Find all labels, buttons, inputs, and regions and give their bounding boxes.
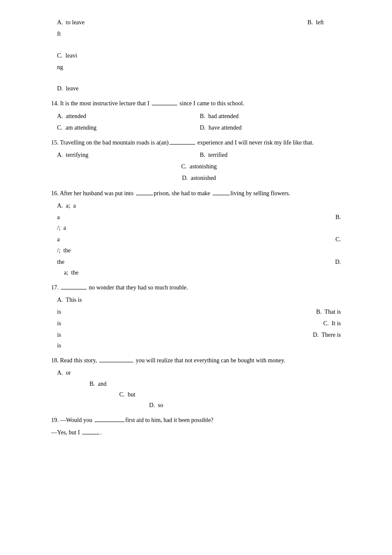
q15-text: 15. Travelling on the bad mountain roads… <box>51 137 341 148</box>
q16-option-d-label: D. <box>333 257 341 267</box>
q15-option-a: A. terrifying <box>55 150 198 160</box>
q16-text: 16. After her husband was put into priso… <box>51 188 341 199</box>
q14-option-b: B. had attended <box>198 111 341 121</box>
q15-block: 15. Travelling on the bad mountain roads… <box>51 137 341 184</box>
q16-option-c-part1: a <box>55 234 60 245</box>
q16-option-d-part1: the <box>55 257 64 267</box>
q13-option-b: B. left <box>228 17 341 28</box>
q13-options-grid: A. to leave B. left ftC. leavi ngD. leav… <box>55 17 341 94</box>
q18-option-a: A. or <box>55 367 341 378</box>
q16-option-b-part2: /; a <box>55 223 341 233</box>
q19-blank2 <box>82 434 99 434</box>
q19-blank1 <box>95 422 124 422</box>
q13-option-a: A. to leave <box>55 17 228 28</box>
q14-options: A. attended B. had attended C. am attend… <box>55 111 341 133</box>
q16-option-a: A. a; a <box>55 200 341 211</box>
q18-option-d: D. so <box>55 400 341 410</box>
q16-option-c-label: C. <box>334 234 341 245</box>
q18-option-c: C. but <box>55 389 341 400</box>
q15-option-c: C. astonishing <box>55 161 341 172</box>
q16-blank2 <box>213 195 230 195</box>
q17-option-c-part1: is <box>55 318 61 329</box>
q14-blank <box>152 105 177 105</box>
q17-options: A. This is is B. That is is C. It is is … <box>55 295 341 351</box>
q18-blank <box>99 362 133 362</box>
q19-block: 19. —Would you first aid to him, had it … <box>51 415 341 438</box>
q15-option-d: D. astonished <box>55 173 341 183</box>
q17-option-b-part1: is <box>55 306 61 317</box>
q19-text1: 19. —Would you first aid to him, had it … <box>51 415 341 425</box>
q16-option-c-part2: /; the <box>55 245 341 256</box>
q15-options: A. terrifying B. terrified C. astonishin… <box>55 150 341 184</box>
q17-option-d: D. There is <box>311 330 341 340</box>
q17-text: 17. no wonder that they had so much trou… <box>51 282 341 293</box>
q17-option-a: A. This is <box>55 295 341 305</box>
q13-options-block: A. to leave B. left ftC. leavi ngD. leav… <box>51 17 341 94</box>
q16-blank1 <box>136 195 153 195</box>
q16-options: A. a; a a B. /; a a C. /; the the D. a; … <box>55 200 341 278</box>
q17-block: 17. no wonder that they had so much trou… <box>51 282 341 351</box>
q14-option-c: C. am attending <box>55 122 198 133</box>
q17-option-d-part1: is <box>55 330 61 340</box>
q18-option-b: B. and <box>55 379 341 389</box>
q15-blank <box>170 144 195 145</box>
q16-option-b-part1: a <box>55 212 60 223</box>
q16-option-b-label: B. <box>334 212 341 223</box>
q14-block: 14. It is the most instructive lecture t… <box>51 98 341 133</box>
q16-block: 16. After her husband was put into priso… <box>51 188 341 278</box>
q17-option-b: B. That is <box>314 306 341 317</box>
q18-text: 18. Read this story, you will realize th… <box>51 355 341 366</box>
q13-option-c: ftC. leavi <box>55 29 228 61</box>
q13-option-ng: ngD. leave <box>55 62 228 94</box>
q15-option-b: B. terrified <box>198 150 341 160</box>
q19-text2: —Yes, but I . <box>51 427 341 438</box>
q14-option-d: D. have attended <box>198 122 341 133</box>
q18-options: A. or B. and C. but D. so <box>55 367 341 410</box>
q14-text: 14. It is the most instructive lecture t… <box>51 98 341 109</box>
q17-option-c: C. It is <box>322 318 341 329</box>
q18-block: 18. Read this story, you will realize th… <box>51 355 341 410</box>
q14-option-a: A. attended <box>55 111 198 121</box>
q17-option-is-end: is <box>55 340 341 351</box>
q17-blank <box>61 289 86 289</box>
q16-option-d-part2: a; the <box>55 267 341 278</box>
